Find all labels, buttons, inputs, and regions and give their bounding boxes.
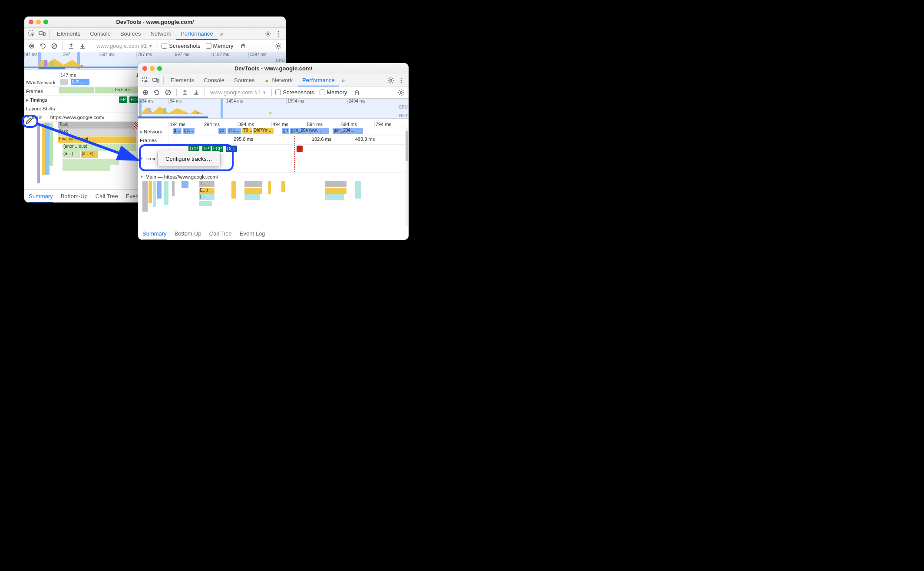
memory-checkbox[interactable]: Memory — [206, 43, 234, 49]
settings-icon[interactable] — [274, 41, 283, 51]
timing-fp[interactable]: FP — [119, 96, 127, 103]
device-icon[interactable] — [151, 76, 161, 85]
window-title: DevTools - www.google.com/ — [24, 19, 286, 25]
tab-event-log[interactable]: Event Log — [240, 227, 265, 240]
scrollbar[interactable] — [406, 127, 408, 227]
tab-elements[interactable]: Elements — [166, 74, 198, 86]
download-icon[interactable] — [191, 88, 201, 97]
svg-point-19 — [390, 79, 392, 81]
download-icon[interactable] — [78, 41, 87, 51]
chevron-down-icon: ▼ — [140, 175, 144, 179]
tab-summary[interactable]: Summary — [29, 190, 53, 203]
close-icon[interactable] — [29, 20, 33, 24]
timings-track-label[interactable]: ▶Timings — [24, 96, 59, 104]
frame-value: 182.6 ms — [312, 136, 331, 142]
screenshots-checkbox[interactable]: Screenshots — [162, 43, 200, 49]
minimize-icon[interactable] — [36, 20, 41, 24]
upload-icon[interactable] — [180, 88, 190, 97]
gear-icon[interactable] — [386, 76, 396, 85]
memory-checkbox[interactable]: Memory — [320, 89, 347, 96]
tab-call-tree[interactable]: Call Tree — [96, 190, 118, 203]
warning-icon: ▲ — [264, 77, 270, 83]
pencil-icon[interactable] — [26, 117, 33, 126]
tab-network[interactable]: Network — [146, 28, 176, 40]
svg-point-22 — [401, 82, 402, 83]
context-menu: Configure tracks… — [157, 151, 221, 167]
more-tabs-icon[interactable]: » — [218, 30, 225, 37]
frames-track-label[interactable]: Frames — [24, 87, 59, 95]
reload-icon[interactable] — [38, 41, 48, 51]
tab-elements[interactable]: Elements — [53, 28, 85, 40]
svg-point-10 — [277, 45, 279, 46]
overview-ticks: 494 ms 94 ms 1494 ms 1994 ms 2494 ms — [138, 99, 409, 104]
tab-console[interactable]: Console — [86, 28, 115, 40]
window-title: DevTools - www.google.com/ — [138, 65, 409, 72]
zoom-icon[interactable] — [157, 66, 162, 71]
main-flame-chart[interactable]: T… E…t (… — [138, 181, 409, 216]
svg-point-4 — [278, 31, 279, 32]
tab-performance[interactable]: Performance — [298, 74, 339, 86]
chevron-right-icon: ▶ — [33, 80, 36, 85]
main-track-label[interactable]: ▼Main — https://www.google.com/ — [138, 173, 409, 181]
track-frames: Frames 295.8 ms 182.6 ms 493.3 ms — [138, 136, 409, 145]
close-icon[interactable] — [142, 66, 147, 71]
tracks-area: ▶Network g… ge… ge clie… T9… DhPYm… gh g… — [138, 127, 409, 227]
inspect-icon[interactable] — [141, 76, 150, 85]
device-icon[interactable] — [37, 29, 47, 39]
minimize-icon[interactable] — [150, 66, 155, 71]
annotation-arrow — [35, 121, 148, 169]
timing-l-marker[interactable]: L — [297, 146, 303, 152]
frame-value: 295.8 ms — [234, 136, 253, 142]
gc-icon[interactable] — [352, 88, 362, 97]
kebab-icon[interactable] — [274, 29, 283, 39]
svg-rect-13 — [50, 61, 53, 67]
overview-minimap[interactable]: 494 ms 94 ms 1494 ms 1994 ms 2494 ms CPU… — [138, 99, 409, 119]
upload-icon[interactable] — [66, 41, 76, 51]
tab-call-tree[interactable]: Call Tree — [209, 227, 232, 240]
record-icon[interactable] — [141, 88, 150, 97]
menu-configure-tracks[interactable]: Configure tracks… — [158, 154, 220, 164]
recording-select[interactable]: www.google.com #1▼ — [95, 43, 154, 49]
reload-icon[interactable] — [152, 88, 162, 97]
tab-summary[interactable]: Summary — [142, 227, 167, 240]
svg-rect-1 — [39, 32, 43, 35]
zoom-icon[interactable] — [43, 20, 48, 24]
svg-point-6 — [278, 35, 279, 37]
tab-network[interactable]: ▲Network — [260, 74, 297, 86]
gear-icon[interactable] — [263, 29, 273, 39]
traffic-lights — [29, 20, 48, 24]
clear-icon[interactable] — [50, 41, 59, 51]
devtools-window-2: DevTools - www.google.com/ Elements Cons… — [138, 63, 409, 240]
tab-console[interactable]: Console — [199, 74, 229, 86]
svg-rect-30 — [138, 116, 208, 118]
tab-sources[interactable]: Sources — [230, 74, 259, 86]
timing-dcl[interactable]: DCL — [226, 146, 237, 152]
tab-event-log[interactable]: Even — [126, 190, 139, 203]
recording-select[interactable]: www.google.com #1▼ — [208, 89, 268, 96]
network-track-label[interactable]: ww ▶ Network — [24, 78, 59, 86]
tab-bottom-up[interactable]: Bottom-Up — [175, 227, 201, 240]
tab-bottom-up[interactable]: Bottom-Up — [61, 190, 88, 203]
svg-point-24 — [145, 92, 146, 93]
perf-toolbar: www.google.com #1▼ Screenshots Memory — [138, 86, 409, 99]
time-ruler[interactable]: 194 ms294 ms394 ms494 ms594 ms694 ms794 … — [138, 119, 409, 127]
kebab-icon[interactable] — [396, 76, 406, 85]
titlebar: DevTools - www.google.com/ — [24, 17, 286, 28]
tab-performance[interactable]: Performance — [176, 28, 217, 40]
more-tabs-icon[interactable]: » — [340, 77, 347, 84]
tab-sources[interactable]: Sources — [116, 28, 145, 40]
record-icon[interactable] — [27, 41, 36, 51]
gc-icon[interactable] — [238, 41, 248, 51]
screenshots-checkbox[interactable]: Screenshots — [275, 89, 314, 96]
settings-icon[interactable] — [396, 88, 406, 97]
inspect-icon[interactable] — [27, 29, 36, 39]
svg-rect-12 — [44, 60, 47, 66]
svg-rect-27 — [148, 108, 151, 114]
details-tabs: Summary Bottom-Up Call Tree Event Log — [138, 227, 409, 240]
svg-rect-28 — [163, 108, 166, 114]
svg-point-26 — [400, 91, 402, 93]
clear-icon[interactable] — [163, 88, 173, 97]
network-chip[interactable]: gen_… — [71, 79, 89, 85]
track-main-header: ▼Main — https://www.google.com/ — [138, 173, 409, 181]
frame-value: 493.3 ms — [355, 136, 375, 142]
